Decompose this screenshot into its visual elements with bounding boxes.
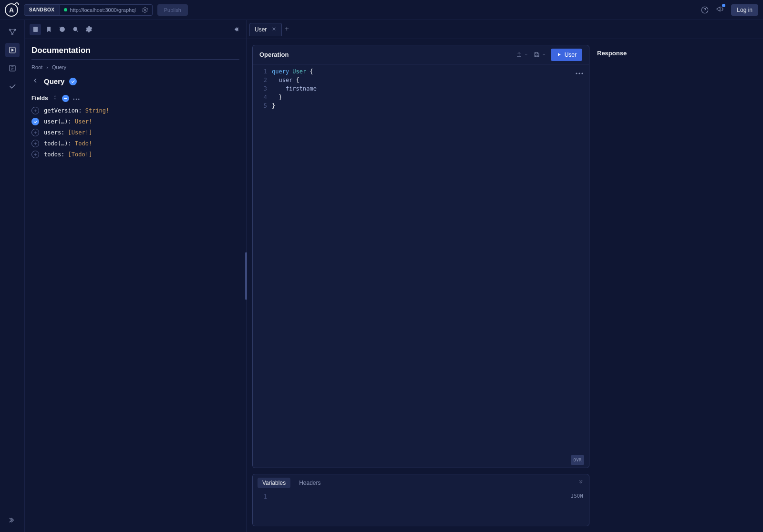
svg-point-2 (14, 29, 15, 31)
variables-panel: Variables Headers 1 JSON (252, 474, 589, 526)
svg-point-10 (75, 99, 77, 100)
field-row[interactable]: +todos: [Todo!] (31, 151, 239, 158)
field-row[interactable]: +getVersion: String! (31, 107, 239, 114)
tab-headers[interactable]: Headers (294, 478, 325, 488)
announcements-button[interactable] (716, 5, 724, 15)
svg-point-12 (576, 72, 577, 74)
sort-icon[interactable] (52, 94, 58, 102)
collapse-variables-icon[interactable] (577, 479, 584, 487)
documentation-title: Documentation (31, 46, 239, 55)
collapse-sidebar-icon[interactable] (230, 24, 241, 35)
field-selected-icon[interactable] (31, 118, 39, 125)
type-selected-badge (69, 78, 77, 85)
operation-editor[interactable]: 12345 query User { user { firstname }} O… (253, 64, 589, 468)
apollo-logo[interactable]: A (5, 3, 18, 17)
share-icon[interactable] (516, 51, 528, 58)
fields-label: Fields (31, 95, 48, 102)
doc-tab-bookmark[interactable] (43, 24, 54, 35)
variables-editor[interactable]: 1 JSON (253, 491, 589, 526)
doc-tab-settings[interactable] (83, 24, 94, 35)
left-rail (0, 20, 25, 532)
breadcrumb: Root › Query (31, 64, 239, 70)
svg-point-13 (578, 72, 580, 74)
tab-user[interactable]: User (249, 23, 282, 36)
svg-point-9 (73, 99, 74, 100)
documentation-sidebar: Documentation Root › Query Query Fields … (25, 20, 247, 532)
field-add-icon[interactable]: + (31, 107, 39, 114)
editor-tabs: User (247, 20, 763, 39)
login-button[interactable]: Log in (731, 4, 758, 16)
rail-schema-icon[interactable] (5, 25, 20, 39)
breadcrumb-root[interactable]: Root (31, 64, 42, 70)
back-arrow-icon[interactable] (31, 77, 39, 86)
gear-icon[interactable] (142, 7, 148, 13)
save-icon[interactable] (533, 51, 546, 58)
rail-checks-icon[interactable] (5, 79, 20, 93)
field-row[interactable]: +users: [User!] (31, 129, 239, 136)
svg-point-1 (9, 29, 10, 31)
publish-button[interactable]: Publish (157, 4, 188, 16)
endpoint-url: http://localhost:3000/graphql (70, 7, 136, 13)
sidebar-resize-handle[interactable] (245, 252, 247, 300)
close-icon[interactable] (271, 26, 277, 33)
type-name: Query (44, 77, 64, 85)
field-add-icon[interactable]: + (31, 129, 39, 136)
field-row[interactable]: +todo(…): Todo! (31, 140, 239, 147)
field-list: +getVersion: String!user(…): User!+users… (31, 107, 239, 158)
status-dot (64, 8, 67, 11)
json-badge: JSON (571, 493, 583, 499)
sandbox-badge[interactable]: SANDBOX (24, 4, 60, 16)
doc-tab-docs[interactable] (30, 24, 41, 35)
operation-title: Operation (259, 51, 289, 58)
doc-tab-search[interactable] (70, 24, 81, 35)
tab-label: User (255, 26, 267, 33)
add-tab-icon[interactable] (284, 26, 290, 33)
fields-more-icon[interactable] (73, 95, 80, 102)
help-icon[interactable] (701, 6, 709, 14)
endpoint-url-box[interactable]: http://localhost:3000/graphql (60, 4, 153, 16)
tab-variables[interactable]: Variables (258, 478, 290, 488)
topbar: A SANDBOX http://localhost:3000/graphql … (0, 0, 763, 20)
run-button[interactable]: User (551, 49, 582, 61)
field-row[interactable]: user(…): User! (31, 118, 239, 125)
svg-point-14 (581, 72, 583, 74)
section-divider (31, 59, 239, 60)
ovr-badge: OVR (571, 455, 584, 465)
operation-panel: Operation (252, 45, 589, 468)
field-add-icon[interactable]: + (31, 151, 39, 158)
response-title: Response (595, 45, 757, 61)
svg-point-7 (73, 27, 77, 31)
editor-more-icon[interactable] (576, 68, 583, 77)
rail-expand-icon[interactable] (5, 513, 20, 527)
rail-diff-icon[interactable] (5, 61, 20, 75)
response-panel: Response (595, 45, 757, 532)
svg-point-11 (78, 99, 80, 100)
field-add-icon[interactable]: + (31, 140, 39, 147)
breadcrumb-current[interactable]: Query (52, 64, 66, 70)
deselect-all-icon[interactable]: − (62, 95, 69, 102)
svg-point-3 (11, 33, 13, 35)
notification-dot-icon (722, 4, 725, 7)
rail-explorer-icon[interactable] (5, 43, 20, 57)
doc-tab-history[interactable] (56, 24, 68, 35)
